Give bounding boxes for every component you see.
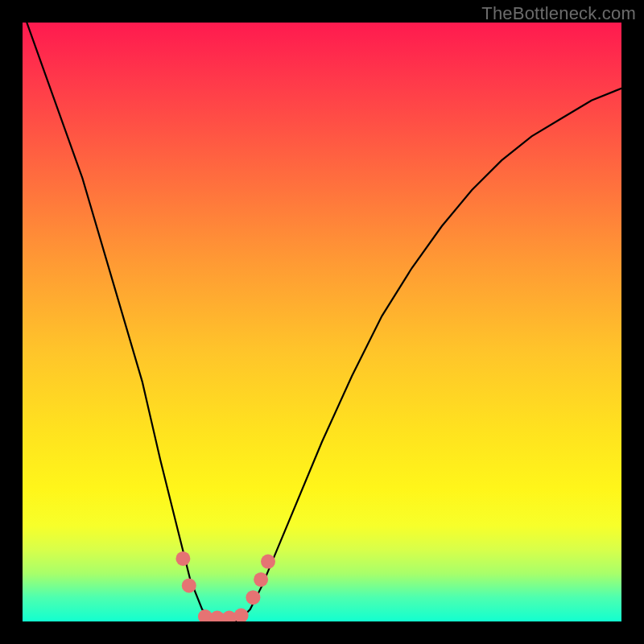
marker-dot [254,572,268,587]
marker-dot [182,578,196,592]
watermark-text: TheBottleneck.com [481,3,636,24]
highlight-markers [175,551,275,621]
bottleneck-curve [23,23,621,621]
marker-dot [175,551,190,566]
chart-plot-area [23,23,621,621]
chart-svg [23,23,621,621]
marker-dot [261,555,275,569]
marker-dot [246,590,260,605]
marker-dot [234,609,249,621]
